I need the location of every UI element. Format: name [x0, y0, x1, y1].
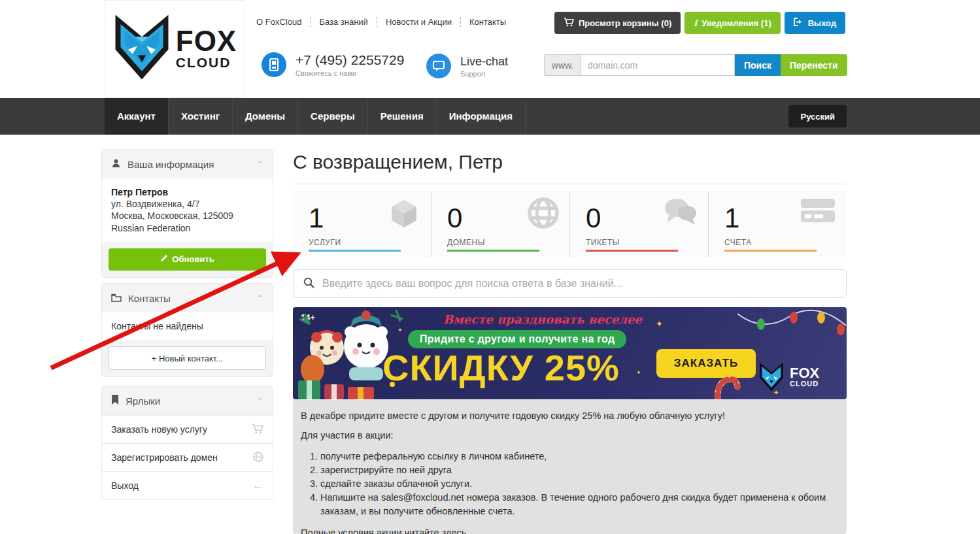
link-about[interactable]: О FoxCloud [256, 17, 301, 27]
stats-row: 1 УСЛУГИ 0 ДОМЕНЫ 0 ТИКЕТЫ 1 СЧЕТА [293, 191, 847, 257]
domain-transfer-button[interactable]: Перенести [781, 54, 847, 76]
cart-icon [564, 18, 574, 29]
logo-wordmark: FOX CLOUD [176, 27, 237, 71]
chevron-up-icon[interactable]: ⌃ [256, 396, 263, 406]
domain-search: www. Поиск Перенести [544, 54, 847, 76]
stat-services[interactable]: 1 УСЛУГИ [293, 191, 431, 257]
phone-number[interactable]: +7 (495) 2255729 [296, 52, 404, 68]
stat-invoices[interactable]: 1 СЧЕТА [709, 191, 847, 257]
top-links: О FoxCloud База знаний Новости и Акции К… [256, 17, 506, 27]
promo-paragraph: В декабре придите вместе с другом и полу… [301, 410, 839, 421]
person-icon [111, 158, 121, 170]
stat-value: 1 [724, 203, 739, 234]
your-info-header[interactable]: Ваша информация ⌃ [102, 150, 273, 178]
page-title: С возвращением, Петр [293, 151, 847, 184]
stat-underline [447, 250, 539, 252]
new-contact-button[interactable]: + Новый контакт... [109, 346, 266, 370]
shortcuts-panel: Ярлыки ⌃ Заказать новую услугу Зарегистр… [101, 386, 273, 500]
account-address: Петр Петров ул. Воздвиженка, 4/7 Москва,… [102, 178, 273, 242]
www-prefix: www. [544, 54, 581, 76]
stat-label: УСЛУГИ [309, 238, 341, 247]
fox-logo-icon [758, 362, 785, 392]
link-knowledge-base[interactable]: База знаний [319, 17, 368, 27]
chevron-up-icon[interactable]: ⌃ [256, 293, 263, 303]
phone-caption: Свяжитесь с нами [296, 69, 404, 77]
address-line: Москва, Московская, 125009 [111, 210, 263, 222]
nav-hosting[interactable]: Хостинг [169, 98, 233, 135]
promo-details: В декабре придите вместе с другом и полу… [293, 400, 847, 534]
shortcuts-header[interactable]: Ярлыки ⌃ [102, 386, 273, 415]
stat-value: 0 [586, 203, 601, 234]
view-cart-button[interactable]: Просмотр корзины (0) [554, 12, 681, 34]
nav-servers[interactable]: Серверы [298, 98, 368, 135]
header-buttons: Просмотр корзины (0) i Уведомления (1) В… [554, 12, 845, 34]
sparkle-icon: ✦ [636, 369, 641, 376]
credit-card-icon [800, 197, 836, 226]
promo-terms: Полные условия акции читайте здесь [301, 527, 839, 534]
fox-logo-icon [113, 14, 171, 84]
domain-input[interactable] [581, 54, 735, 76]
logout-icon [794, 18, 803, 28]
stat-label: ТИКЕТЫ [586, 238, 620, 247]
promo-step: сделайте заказы облачной услуги. [320, 477, 839, 491]
logout-button[interactable]: Выход [785, 12, 845, 34]
divider [377, 17, 377, 27]
promo-banner[interactable]: 14+ [293, 307, 847, 399]
stat-domains[interactable]: 0 ДОМЕНЫ [431, 191, 570, 257]
notifications-button[interactable]: i Уведомления (1) [684, 12, 780, 34]
sparkle-icon: ✦ [397, 327, 403, 333]
promo-step: получите реферальную ссылку в личном каб… [320, 450, 839, 463]
folder-icon [111, 293, 122, 304]
main-nav: Аккаунт Хостинг Домены Серверы Решения И… [0, 98, 980, 135]
contacts-header[interactable]: Контакты ⌃ [102, 284, 273, 312]
livechat-caption: Support [460, 70, 508, 78]
livechat-block: Live-chat Support [426, 54, 508, 78]
promo-steps: получите реферальную ссылку в личном каб… [320, 450, 839, 518]
pencil-icon [160, 254, 168, 264]
link-news[interactable]: Новости и Акции [386, 17, 452, 27]
shortcut-register-domain[interactable]: Зарегистрировать домен [102, 443, 273, 471]
stat-underline [586, 250, 678, 252]
banner-pill-text: Придите с другом и получите на год [408, 330, 626, 348]
shortcut-order-service[interactable]: Заказать новую услугу [102, 415, 273, 443]
cart-icon [252, 424, 263, 436]
phone-block: +7 (495) 2255729 Свяжитесь с нами [262, 52, 404, 77]
foxcloud-logo[interactable]: FOX CLOUD [105, 0, 245, 98]
shortcut-logout[interactable]: Выход ← [102, 471, 273, 499]
kb-search-input[interactable] [322, 278, 836, 290]
stat-tickets[interactable]: 0 ТИКЕТЫ [570, 191, 709, 257]
bookmark-icon [111, 395, 119, 407]
nav-domains[interactable]: Домены [233, 98, 298, 135]
banner-discount-text: СКИДКУ 25% [382, 346, 620, 389]
info-icon: i [694, 18, 697, 28]
stat-underline [724, 250, 817, 252]
promo-step: зарегистрируйте по ней друга [320, 463, 839, 477]
update-info-button[interactable]: Обновить [109, 248, 266, 271]
chat-icon [426, 54, 451, 78]
arrow-left-icon: ← [252, 479, 263, 492]
livechat-title[interactable]: Live-chat [460, 55, 508, 69]
nav-solutions[interactable]: Решения [368, 98, 437, 135]
stat-value: 0 [447, 203, 462, 234]
kb-search-box [293, 269, 847, 298]
sparkle-icon: ✦ [773, 389, 779, 396]
link-contacts[interactable]: Контакты [469, 17, 506, 27]
stat-value: 1 [309, 203, 324, 234]
domain-search-button[interactable]: Поиск [735, 54, 781, 76]
promo-paragraph: Для участия в акции: [301, 430, 839, 441]
account-name: Петр Петров [111, 186, 263, 198]
banner-script-text: Вместе праздновать веселее [443, 312, 642, 326]
nav-information[interactable]: Информация [437, 98, 526, 135]
nav-account[interactable]: Аккаунт [105, 98, 169, 135]
contacts-panel: Контакты ⌃ Контакты не найдены + Новый к… [101, 283, 273, 377]
phone-icon [262, 52, 286, 77]
language-button[interactable]: Русский [788, 105, 847, 127]
divider [310, 17, 311, 27]
chat-bubbles-icon [664, 197, 698, 229]
cube-icon [388, 197, 420, 233]
stat-label: ДОМЕНЫ [447, 238, 485, 247]
chevron-up-icon[interactable]: ⌃ [256, 159, 263, 169]
search-icon [303, 277, 314, 291]
banner-foxcloud-logo: FOX CLOUD [758, 362, 819, 392]
header: FOX CLOUD О FoxCloud База знаний Новости… [0, 0, 980, 98]
